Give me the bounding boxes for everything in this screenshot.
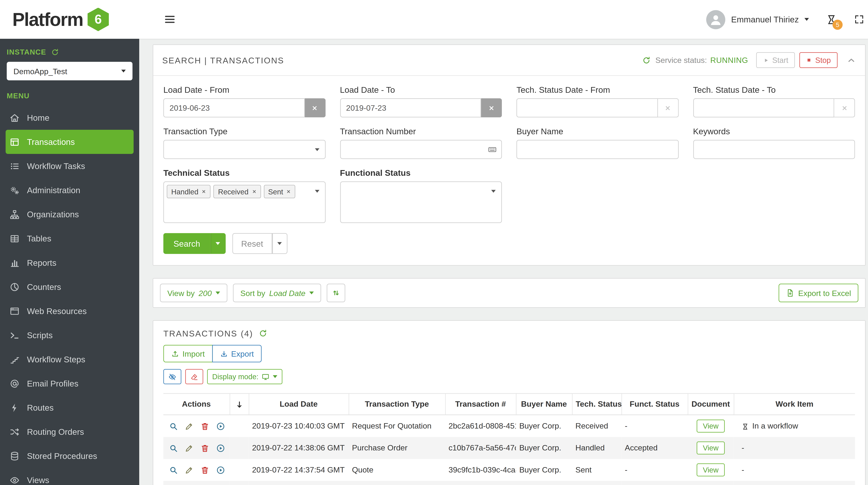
search-options-button[interactable] <box>210 233 225 254</box>
delete-transaction-icon[interactable] <box>200 422 209 431</box>
clear-tech-status-date-from-button[interactable] <box>658 98 678 117</box>
remove-tag-icon[interactable] <box>252 189 256 194</box>
instance-select[interactable]: DemoApp_Test <box>7 62 132 80</box>
view-transaction-icon[interactable] <box>169 444 178 453</box>
cell-buyer-name: Buyer Corp. <box>516 415 572 437</box>
sidebar-item[interactable]: Reports <box>0 251 139 275</box>
column-header-transaction-number[interactable]: Transaction # <box>445 394 516 415</box>
clear-load-date-to-button[interactable] <box>481 98 502 117</box>
sidebar-item[interactable]: Home <box>0 106 139 130</box>
column-header-tech-status[interactable]: Tech. Status <box>572 394 621 415</box>
sidebar-item[interactable]: Counters <box>0 275 139 299</box>
cell-document: View <box>688 481 734 485</box>
sidebar-item[interactable]: Stored Procedures <box>0 444 139 468</box>
sort-desc-arrow-icon <box>235 400 243 409</box>
collapse-panel-icon[interactable] <box>846 55 856 65</box>
search-button[interactable]: Search <box>163 233 210 254</box>
view-document-button[interactable]: View <box>696 441 725 454</box>
sidebar-item[interactable]: Routes <box>0 396 139 420</box>
menu-toggle-icon[interactable] <box>164 13 176 25</box>
delete-transaction-icon[interactable] <box>200 466 209 475</box>
view-document-button[interactable]: View <box>696 463 725 476</box>
remove-tag-icon[interactable] <box>202 189 206 194</box>
service-refresh-icon[interactable] <box>643 56 651 64</box>
column-header-transaction-type[interactable]: Transaction Type <box>349 394 445 415</box>
sidebar-item-label: Stored Procedures <box>27 451 97 461</box>
functional-status-multiselect[interactable] <box>340 181 502 223</box>
sidebar-item-label: Organizations <box>27 209 79 219</box>
stop-service-button[interactable]: Stop <box>799 52 837 68</box>
transaction-type-select[interactable] <box>163 140 325 159</box>
keywords-input[interactable] <box>693 140 855 159</box>
column-header-document: Document <box>688 394 734 415</box>
column-header-funct-status[interactable]: Funct. Status <box>621 394 688 415</box>
cell-document: View <box>688 415 734 437</box>
clear-load-date-from-button[interactable] <box>305 98 325 117</box>
caret-down-icon <box>491 190 496 193</box>
reset-options-button[interactable] <box>272 233 287 254</box>
sidebar-item[interactable]: Organizations <box>0 202 139 226</box>
buyer-name-input[interactable] <box>517 140 678 159</box>
run-transaction-icon[interactable] <box>216 422 225 431</box>
sidebar-item[interactable]: Views <box>0 468 139 485</box>
pending-queue-button[interactable]: 5 <box>826 14 837 25</box>
run-transaction-icon[interactable] <box>216 444 225 453</box>
user-menu[interactable]: Emmanuel Thiriez <box>706 10 809 29</box>
clear-list-button[interactable] <box>185 369 203 384</box>
sidebar-item-label: Views <box>27 475 49 485</box>
display-mode-button[interactable]: Display mode: <box>207 369 283 384</box>
sidebar-item[interactable]: Tables <box>0 226 139 251</box>
sidebar-item[interactable]: Workflow Tasks <box>0 154 139 178</box>
sidebar-item[interactable]: Email Profiles <box>0 371 139 395</box>
view-transaction-icon[interactable] <box>169 466 178 475</box>
reset-button[interactable]: Reset <box>232 233 272 254</box>
hide-columns-button[interactable] <box>163 369 181 384</box>
column-header-buyer-name[interactable]: Buyer Name <box>516 394 572 415</box>
sidebar-item[interactable]: Administration <box>0 178 139 202</box>
clear-tech-status-date-to-button[interactable] <box>834 98 855 117</box>
import-button[interactable]: Import <box>163 345 213 362</box>
export-to-excel-button[interactable]: Export to Excel <box>779 284 859 302</box>
counters-icon <box>9 282 20 292</box>
load-date-from-input[interactable] <box>163 98 305 117</box>
sidebar-item[interactable]: Web Resources <box>0 299 139 323</box>
column-header-load-date[interactable]: Load Date <box>249 394 349 415</box>
import-export-group: Import Export <box>153 340 865 362</box>
stored-procedures-icon <box>9 451 20 461</box>
view-document-button[interactable]: View <box>696 420 725 432</box>
logo-text: Platform <box>12 9 83 30</box>
edit-transaction-icon[interactable] <box>185 466 194 475</box>
technical-status-multiselect[interactable]: Handled Received Sent <box>163 181 325 223</box>
sidebar-item[interactable]: Scripts <box>0 323 139 347</box>
start-service-button[interactable]: Start <box>756 52 795 68</box>
cell-transaction-number: 39c9fc1b-039c-4ca8... <box>445 459 516 481</box>
view-by-button[interactable]: View by 200 <box>160 284 227 302</box>
excel-file-icon <box>786 289 795 297</box>
edit-transaction-icon[interactable] <box>185 444 194 453</box>
sort-updown-icon <box>332 289 340 297</box>
sort-direction-button[interactable] <box>327 284 345 302</box>
remove-tag-icon[interactable] <box>286 189 291 194</box>
field-transaction-number: Transaction Number <box>340 126 502 159</box>
export-button[interactable]: Export <box>212 345 261 362</box>
sidebar-item[interactable]: Transactions <box>5 130 133 154</box>
load-date-to-input[interactable] <box>340 98 481 117</box>
sidebar-item-label: Home <box>27 113 49 122</box>
sidebar-item[interactable]: Workflow Steps <box>0 347 139 371</box>
app-logo[interactable]: Platform 6 <box>0 8 139 31</box>
transaction-number-input[interactable] <box>340 140 502 159</box>
fullscreen-icon[interactable] <box>854 14 864 25</box>
sort-by-button[interactable]: Sort by Load Date <box>233 284 321 302</box>
tech-status-date-to-input[interactable] <box>693 98 834 117</box>
cell-tech-status: Sent <box>572 459 621 481</box>
run-transaction-icon[interactable] <box>216 466 225 475</box>
edit-transaction-icon[interactable] <box>185 422 194 431</box>
view-transaction-icon[interactable] <box>169 422 178 431</box>
clear-icon <box>665 105 671 111</box>
refresh-transactions-icon[interactable] <box>259 329 267 338</box>
refresh-instances-icon[interactable] <box>51 48 59 56</box>
tech-status-date-from-input[interactable] <box>517 98 658 117</box>
sidebar-item[interactable]: Routing Orders <box>0 420 139 444</box>
clear-icon <box>312 105 318 111</box>
delete-transaction-icon[interactable] <box>200 444 209 453</box>
